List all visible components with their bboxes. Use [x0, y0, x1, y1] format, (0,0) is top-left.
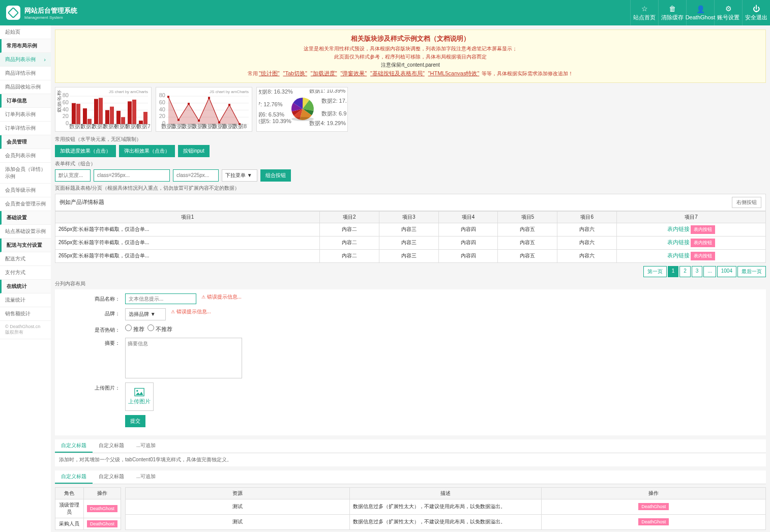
table-button[interactable]: 表内按钮 [691, 225, 715, 234]
svg-rect-27 [132, 99, 136, 124]
input-button[interactable]: 按钮input [178, 145, 210, 157]
svg-text:数据6: 6.53%: 数据6: 6.53% [259, 111, 284, 117]
formstyle-label: 表单样式（组合） [55, 160, 766, 167]
table-link[interactable]: 表内链接 [667, 226, 690, 232]
input-295[interactable] [94, 169, 170, 182]
sidebar-header[interactable]: 常用布局示例 [0, 39, 51, 53]
table-link[interactable]: 表内链接 [667, 239, 690, 245]
notice-link[interactable]: "HTML5canvas特效" [428, 70, 480, 76]
role-op-button[interactable]: DeathGhost [87, 505, 117, 512]
svg-text:80: 80 [159, 92, 165, 98]
sidebar-item[interactable]: 支付方式 [0, 266, 51, 280]
tab2-add[interactable]: ...可追加 [130, 470, 162, 484]
notice-l1: 这里是相关常用性样式预设，具体根据内容版块调整，列表添加字段注意考虑笔记本屏幕显… [60, 45, 761, 53]
svg-rect-17 [94, 99, 98, 124]
desc-label: 摘要： [59, 338, 125, 347]
sidebar-header[interactable]: 在线统计 [0, 280, 51, 293]
res-op-button[interactable]: DeathGhost [638, 518, 669, 525]
notice-link[interactable]: "Tab切换" [283, 70, 307, 76]
svg-text:60: 60 [63, 99, 69, 105]
sidebar-item[interactable]: 添加会员（详情）示例 [0, 163, 51, 184]
tab2-1[interactable]: 自定义标题 [55, 470, 93, 484]
sidebar-item[interactable]: 流量统计 [0, 293, 51, 307]
sidebar-item[interactable]: 商品列表示例› [0, 53, 51, 67]
role-op-button[interactable]: DeathGhost [87, 520, 117, 527]
svg-text:数据1: 10.39%: 数据1: 10.39% [309, 90, 346, 94]
td: 内容六 [557, 223, 617, 236]
td: 内容二 [319, 223, 379, 236]
td: 表内链接 表内按钮 [617, 223, 766, 236]
page-button[interactable]: 第一页 [643, 266, 667, 277]
header-action[interactable]: ⚙账号设置 [714, 0, 742, 25]
name-input[interactable] [125, 293, 196, 304]
sidebar-item[interactable]: 订单列表示例 [0, 108, 51, 122]
header-action[interactable]: 🗑清除缓存 [658, 0, 686, 25]
page-button[interactable]: 2 [679, 266, 691, 277]
table-button[interactable]: 表内按钮 [691, 252, 715, 260]
sidebar-item[interactable]: 站点基础设置示例 [0, 225, 51, 239]
page-button[interactable]: ... [703, 266, 716, 277]
title-bar-right-button[interactable]: 右侧按钮 [732, 197, 761, 208]
rec-yes-radio[interactable]: 推荐 [125, 324, 144, 333]
svg-text:数据7: 数据7 [136, 123, 150, 129]
header-action[interactable]: ⏻安全退出 [742, 0, 770, 25]
sidebar-item[interactable]: 商品详情示例 [0, 67, 51, 80]
notice-title: 相关版块涉及样式示例文档（文档说明） [60, 34, 761, 43]
notice-link[interactable]: "基础按钮及表格布局" [370, 70, 425, 76]
sidebar-item[interactable]: 会员等级示例 [0, 184, 51, 197]
th-desc: 描述 [349, 487, 542, 499]
sidebar-item[interactable]: 配送方式 [0, 252, 51, 266]
sidebar-header[interactable]: 订单信息 [0, 94, 51, 108]
tab2-2[interactable]: 自定义标题 [93, 470, 130, 484]
table-link[interactable]: 表内链接 [667, 252, 690, 258]
title-bar: 例如产品详情标题 右侧按钮 [55, 194, 766, 211]
notice-link[interactable]: "弹窗效果" [340, 70, 367, 76]
tab-1[interactable]: 自定义标题 [55, 439, 93, 453]
page-button[interactable]: 3 [692, 266, 703, 277]
svg-text:数据8: 16.32%: 数据8: 16.32% [259, 90, 293, 95]
header-action[interactable]: ☆站点首页 [630, 0, 658, 25]
sidebar-item[interactable]: 销售额统计 [0, 307, 51, 321]
tabs-1: 自定义标题 自定义标题 ...可追加 [55, 439, 766, 453]
tab-add[interactable]: ...可追加 [130, 439, 162, 453]
svg-text:40: 40 [63, 106, 69, 112]
input-default[interactable] [55, 169, 91, 182]
svg-text:数据7: 12.76%: 数据7: 12.76% [259, 101, 283, 107]
sidebar-header[interactable]: 基础设置 [0, 211, 51, 225]
header-action[interactable]: 👤DeathGhost [686, 0, 714, 25]
action-label: DeathGhost [686, 14, 716, 20]
dropdown[interactable]: 下拉菜单 ▼ [222, 169, 257, 182]
combo-button[interactable]: 组合按钮 [260, 169, 291, 182]
svg-text:20: 20 [159, 113, 165, 119]
page-button[interactable]: 最后一页 [737, 266, 766, 277]
page-button[interactable]: 1004 [717, 266, 736, 277]
sidebar-item[interactable]: 会员资金管理示例 [0, 197, 51, 211]
table-header: 项目7 [617, 211, 766, 223]
notice-box: 相关版块涉及样式示例文档（文档说明） 这里是相关常用性样式预设，具体根据内容版块… [55, 29, 766, 83]
td-res: 测试 [126, 514, 350, 529]
btn-section-label: 常用按钮（水平块元素，无区域限制） [55, 136, 766, 143]
sidebar-item[interactable]: 会员列表示例 [0, 149, 51, 163]
table-button[interactable]: 表内按钮 [691, 239, 715, 247]
td: 内容三 [379, 223, 438, 236]
notice-link[interactable]: "加载进度" [311, 70, 337, 76]
upload-button[interactable]: 上传图片 [125, 382, 154, 411]
brand-select[interactable]: 选择品牌 ▼ [125, 308, 166, 320]
page-button[interactable]: 1 [668, 266, 679, 277]
res-op-button[interactable]: DeathGhost [638, 503, 669, 510]
rec-no-radio[interactable]: 不推荐 [147, 324, 172, 333]
td: 265px宽:长标题字符串截取，仅适合单... [55, 223, 320, 236]
loading-demo-button[interactable]: 加载进度效果（点击） [55, 145, 116, 157]
tab-2[interactable]: 自定义标题 [93, 439, 130, 453]
sidebar-header[interactable]: 配送与支付设置 [0, 239, 51, 252]
svg-rect-43 [177, 119, 180, 121]
sidebar-start[interactable]: 起始页 [0, 25, 51, 39]
sidebar-item[interactable]: 订单详情示例 [0, 122, 51, 135]
modal-demo-button[interactable]: 弹出框效果（点击） [119, 145, 175, 157]
desc-textarea[interactable] [125, 338, 242, 378]
sidebar-item[interactable]: 商品回收站示例 [0, 80, 51, 94]
input-225[interactable] [173, 169, 219, 182]
sidebar-header[interactable]: 会员管理 [0, 135, 51, 149]
submit-button[interactable]: 提交 [125, 415, 145, 427]
notice-link[interactable]: "统计图" [259, 70, 280, 76]
